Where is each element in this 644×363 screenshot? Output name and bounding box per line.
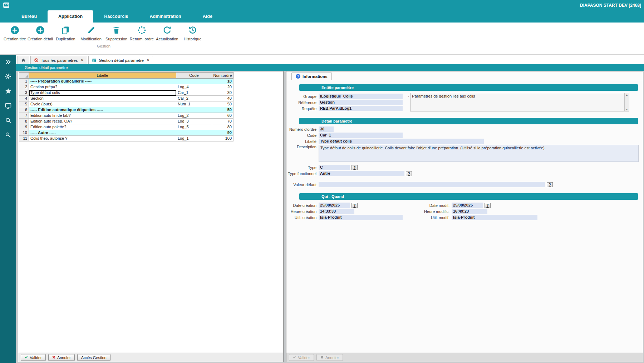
settings-button[interactable] [5, 73, 12, 80]
cell-ordre[interactable]: 30 [212, 90, 233, 96]
row-number[interactable]: 9 [19, 124, 29, 130]
cell-code[interactable]: Car_1 [176, 90, 212, 96]
close-icon[interactable] [81, 58, 84, 62]
field-valeur-defaut[interactable] [319, 182, 545, 187]
cell-code[interactable]: Log_5 [176, 124, 212, 130]
modification-button[interactable]: Modification [78, 24, 104, 41]
cell-ordre[interactable]: 50 [212, 101, 233, 107]
cell-libelle[interactable]: Section [29, 96, 176, 101]
acces-gestion-button[interactable]: Accès Gestion [77, 354, 110, 361]
advanced-search-button[interactable] [5, 131, 12, 139]
row-number[interactable]: 1 [19, 79, 29, 84]
row-number[interactable]: 8 [19, 119, 29, 124]
row-number[interactable]: 11 [19, 136, 29, 141]
column-header-libelle[interactable]: Libellé [29, 73, 176, 79]
row-number[interactable]: 7 [19, 113, 29, 119]
menu-bureau[interactable]: Bureau [11, 10, 48, 23]
table-corner-header[interactable] [19, 73, 29, 79]
cell-ordre[interactable]: 100 [212, 136, 233, 141]
field-date-modif[interactable]: 25/08/2025 [452, 203, 483, 208]
field-description[interactable]: Type défaut de colis de quincaillerie. C… [319, 145, 639, 162]
menu-aide[interactable]: Aide [192, 10, 223, 23]
date-modif-help-button[interactable] [485, 203, 491, 208]
row-number[interactable]: 3 [19, 90, 29, 96]
row-number[interactable]: 4 [19, 96, 29, 101]
field-type[interactable]: C [319, 165, 350, 170]
suppression-button[interactable]: Suppression [104, 24, 129, 41]
cell-ordre[interactable]: 70 [212, 119, 233, 124]
cell-ordre[interactable]: 20 [212, 84, 233, 90]
tab-informations[interactable]: Informations [291, 73, 332, 80]
date-creation-help-button[interactable] [352, 203, 358, 208]
cell-code[interactable] [176, 130, 212, 136]
cell-ordre[interactable]: 10 [212, 79, 233, 84]
duplication-button[interactable]: Duplication [53, 24, 78, 41]
field-util-creation[interactable]: Isia-Produit [319, 215, 403, 220]
valider-button-disabled[interactable]: Valider [289, 354, 314, 361]
scroll-down-icon[interactable] [626, 108, 628, 111]
tab-home[interactable] [18, 56, 29, 64]
cell-code[interactable] [176, 79, 212, 84]
note-scrollbar[interactable] [624, 93, 629, 111]
row-number[interactable]: 6 [19, 107, 29, 113]
field-numero-ordre[interactable]: 30 [319, 126, 334, 132]
cell-libelle[interactable]: ----- Préparation quincaillerie ----- [29, 79, 176, 84]
field-reference[interactable]: Gestion [319, 100, 403, 105]
cell-code[interactable] [176, 107, 212, 113]
field-type-fonctionnel[interactable]: Autre [319, 171, 404, 176]
close-icon[interactable] [147, 58, 149, 62]
actualisation-button[interactable]: Actualisation [154, 24, 180, 41]
cell-code[interactable]: Car_2 [176, 96, 212, 101]
cell-code[interactable]: Log_3 [176, 119, 212, 124]
field-heure-modif[interactable]: 16:49:23 [452, 209, 487, 214]
column-header-ordre[interactable]: Num.ordre [212, 73, 233, 79]
valider-button[interactable]: Valider [21, 354, 46, 361]
search-button[interactable] [5, 117, 12, 124]
cell-code[interactable]: Log_1 [176, 136, 212, 141]
cell-ordre[interactable]: 40 [212, 96, 233, 101]
field-heure-creation[interactable]: 14:33:33 [319, 209, 354, 214]
monitor-button[interactable] [5, 102, 12, 109]
tab-gestion-detail-parametre[interactable]: Gestion détail paramètre [88, 56, 153, 64]
cell-code[interactable]: Log_4 [176, 84, 212, 90]
type-fonctionnel-help-button[interactable] [406, 171, 412, 176]
field-util-modif[interactable]: Isia-Produit [452, 215, 537, 220]
cell-libelle[interactable]: Type défaut colis [29, 90, 176, 96]
favorites-button[interactable] [5, 88, 12, 95]
valeur-defaut-help-button[interactable] [547, 182, 553, 187]
column-header-code[interactable]: Code [176, 73, 212, 79]
field-requete[interactable]: REB.ParAidLog1 [319, 106, 403, 111]
cell-libelle[interactable]: Gestion prépa? [29, 84, 176, 90]
field-date-creation[interactable]: 25/08/2025 [319, 203, 350, 208]
cell-ordre[interactable]: 50 [212, 107, 233, 113]
renum-ordre-button[interactable]: Renum. ordre [129, 24, 154, 41]
field-groupe[interactable]: ILogistique_Colis [319, 94, 403, 99]
cell-libelle[interactable]: ----- Autre ----- [29, 130, 176, 136]
cell-libelle[interactable]: Cycle (jours) [29, 101, 176, 107]
field-libelle[interactable]: Type défaut colis [319, 139, 484, 144]
cell-ordre[interactable]: 60 [212, 113, 233, 119]
entete-note-box[interactable]: Paramètres de gestion liés aux colis [410, 93, 629, 111]
row-number[interactable]: 10 [19, 130, 29, 136]
cell-ordre[interactable]: 80 [212, 124, 233, 130]
field-code[interactable]: Car_1 [319, 133, 403, 138]
cell-code[interactable]: Log_2 [176, 113, 212, 119]
scroll-up-icon[interactable] [626, 94, 628, 96]
cell-code[interactable]: Num_1 [176, 101, 212, 107]
type-help-button[interactable] [352, 165, 358, 170]
row-number[interactable]: 2 [19, 84, 29, 90]
cell-ordre[interactable]: 90 [212, 130, 233, 136]
cell-libelle[interactable]: Edition auto recep. OA? [29, 119, 176, 124]
row-number[interactable]: 5 [19, 101, 29, 107]
creation-titre-button[interactable]: Création titre [2, 24, 28, 41]
cell-libelle[interactable]: Edition auto fin de fab? [29, 113, 176, 119]
cell-libelle[interactable]: Edition auto palette? [29, 124, 176, 130]
cell-libelle[interactable]: ----- Edition automatique étiquettes ---… [29, 107, 176, 113]
annuler-button[interactable]: Annuler [48, 354, 75, 361]
menu-administration[interactable]: Administration [139, 10, 192, 23]
tab-tous-les-parametres[interactable]: Tous les paramètres [30, 56, 87, 64]
cell-libelle[interactable]: Colis theo. autorisé ? [29, 136, 176, 141]
expand-button[interactable] [5, 58, 12, 65]
menu-raccourcis[interactable]: Raccourcis [93, 10, 139, 23]
menu-application[interactable]: Application [48, 10, 93, 23]
